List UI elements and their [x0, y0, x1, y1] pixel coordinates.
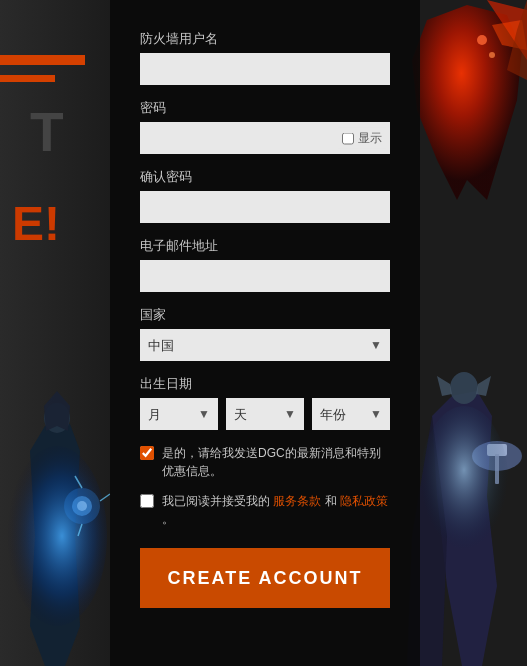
- dob-year-select[interactable]: 年份 20001999199819951990 1985198019751970: [312, 398, 390, 430]
- dob-label: 出生日期: [140, 375, 390, 393]
- terms-checkbox[interactable]: [140, 494, 154, 508]
- confirm-password-group: 确认密码: [140, 168, 390, 223]
- newsletter-label: 是的，请给我发送DGC的最新消息和特别优惠信息。: [162, 444, 390, 480]
- terms-text-2: 和: [325, 494, 337, 508]
- username-group: 防火墙用户名: [140, 30, 390, 85]
- dob-day-wrapper: 天 12345 678910 1112131415 1617181920 212…: [226, 398, 304, 430]
- svg-point-12: [450, 372, 478, 404]
- svg-point-11: [419, 406, 509, 566]
- t-letter: T: [30, 105, 64, 160]
- dob-row: 月 1234 5678 9101112 ▼ 天 12345 678910 111…: [140, 398, 390, 430]
- form-panel: 防火墙用户名 密码 显示 确认密码 电子邮件地址 国家: [110, 0, 420, 666]
- terms-label: 我已阅读并接受我的 服务条款 和 隐私政策 。: [162, 492, 390, 528]
- password-label: 密码: [140, 99, 390, 117]
- terms-text-1: 我已阅读并接受我的: [162, 494, 270, 508]
- country-label: 国家: [140, 306, 390, 324]
- newsletter-checkbox-group: 是的，请给我发送DGC的最新消息和特别优惠信息。: [140, 444, 390, 480]
- confirm-password-label: 确认密码: [140, 168, 390, 186]
- country-select-wrapper: 中国 美国 日本 英国 ▼: [140, 329, 390, 361]
- warrior-art: [402, 336, 527, 666]
- show-label: 显示: [358, 130, 382, 147]
- e-excl-letter: E!: [12, 200, 60, 248]
- dob-month-wrapper: 月 1234 5678 9101112 ▼: [140, 398, 218, 430]
- svg-marker-13: [437, 376, 452, 396]
- email-group: 电子邮件地址: [140, 237, 390, 292]
- country-group: 国家 中国 美国 日本 英国 ▼: [140, 306, 390, 361]
- terms-link-1[interactable]: 服务条款: [273, 494, 321, 508]
- dob-group: 出生日期 月 1234 5678 9101112 ▼ 天 12345 6789: [140, 375, 390, 430]
- email-input[interactable]: [140, 260, 390, 292]
- show-password-toggle[interactable]: 显示: [338, 128, 386, 149]
- orange-stripe-2: [0, 75, 55, 82]
- username-input[interactable]: [140, 53, 390, 85]
- email-label: 电子邮件地址: [140, 237, 390, 255]
- create-account-button[interactable]: CREATE ACCOUNT: [140, 548, 390, 608]
- svg-point-3: [477, 35, 487, 45]
- dragon-art: [407, 0, 527, 220]
- confirm-password-input[interactable]: [140, 191, 390, 223]
- dob-year-wrapper: 年份 20001999199819951990 1985198019751970…: [312, 398, 390, 430]
- terms-link-2[interactable]: 隐私政策: [340, 494, 388, 508]
- terms-text-3: 。: [162, 512, 174, 526]
- password-group: 密码 显示: [140, 99, 390, 154]
- newsletter-checkbox[interactable]: [140, 446, 154, 460]
- show-password-checkbox[interactable]: [342, 132, 354, 144]
- dob-day-select[interactable]: 天 12345 678910 1112131415 1617181920 212…: [226, 398, 304, 430]
- svg-point-4: [489, 52, 495, 58]
- terms-checkbox-group: 我已阅读并接受我的 服务条款 和 隐私政策 。: [140, 492, 390, 528]
- background: T E!: [0, 0, 527, 666]
- username-label: 防火墙用户名: [140, 30, 390, 48]
- orange-stripe-1: [0, 55, 85, 65]
- svg-marker-14: [476, 376, 491, 396]
- svg-point-19: [7, 446, 107, 626]
- svg-marker-24: [44, 391, 70, 431]
- password-row: 显示: [140, 122, 390, 154]
- dob-month-select[interactable]: 月 1234 5678 9101112: [140, 398, 218, 430]
- country-select[interactable]: 中国 美国 日本 英国: [140, 329, 390, 361]
- mage-art: [0, 376, 115, 666]
